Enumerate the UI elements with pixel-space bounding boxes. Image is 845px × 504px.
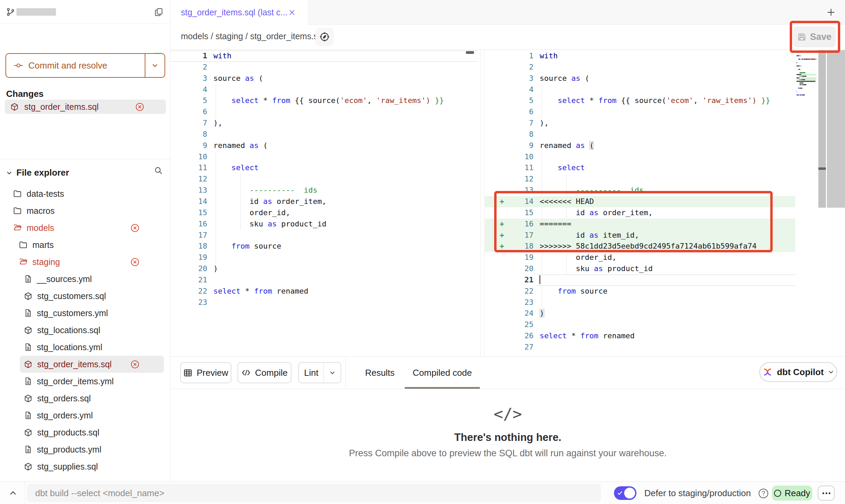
code-line-26[interactable]: 26select * from renamed [485, 330, 795, 342]
defer-toggle[interactable] [614, 486, 636, 500]
file-row-stg_supplies.sql[interactable]: stg_supplies.sql [0, 458, 171, 475]
code-line-16[interactable]: +16======= [485, 219, 795, 230]
code-line-2[interactable]: 2 [171, 62, 478, 73]
save-button[interactable]: Save [793, 27, 835, 47]
breadcrumb[interactable]: models / staging / stg_order_items.sql [181, 31, 325, 41]
code-line-23[interactable]: 23 [485, 297, 795, 308]
lint-dropdown-button[interactable] [324, 363, 341, 383]
code-line-24[interactable]: 24) [485, 308, 795, 319]
copy-files-icon[interactable] [154, 8, 163, 16]
changed-file-row[interactable]: stg_order_items.sql [5, 100, 166, 114]
file-row-__sources.yml[interactable]: __sources.yml [0, 270, 171, 287]
search-icon[interactable] [154, 166, 163, 175]
code-line-11[interactable]: 11 select [485, 162, 795, 174]
code-line-8[interactable]: 8 [485, 129, 795, 140]
pane-divider[interactable] [481, 50, 481, 356]
code-line-3[interactable]: 3source as ( [485, 73, 795, 84]
code-line-11[interactable]: 11 select [171, 162, 478, 174]
code-line-5[interactable]: 5 select * from {{ source('ecom', 'raw_i… [171, 95, 478, 106]
file-row-stg_locations.yml[interactable]: stg_locations.yml [0, 339, 171, 356]
lint-button[interactable]: Lint [299, 363, 324, 383]
code-line-18[interactable]: 18 from source [171, 241, 478, 252]
code-line-6[interactable]: 6 [485, 106, 795, 118]
code-line-10[interactable]: 10 [171, 151, 478, 163]
code-line-10[interactable]: 10 [485, 151, 795, 163]
dbt-copilot-button[interactable]: dbt Copilot [759, 362, 837, 382]
file-explorer-header[interactable]: File explorer [0, 163, 170, 182]
code-line-2[interactable]: 2 [485, 62, 795, 73]
more-options-button[interactable] [818, 486, 835, 501]
command-input[interactable] [27, 484, 601, 502]
code-line-4[interactable]: 4 [171, 84, 478, 95]
discard-change-icon[interactable] [135, 102, 144, 112]
code-line-19[interactable]: 19 [171, 252, 478, 263]
code-line-1[interactable]: 1with [171, 50, 478, 62]
file-row-models[interactable]: models [0, 219, 171, 236]
code-line-13[interactable]: 13 ---------- ids [171, 185, 478, 196]
commit-dropdown-button[interactable] [145, 54, 164, 77]
file-row-macros[interactable]: macros [0, 202, 171, 219]
file-row-stg_locations.sql[interactable]: stg_locations.sql [0, 322, 171, 339]
code-line-21[interactable]: 21 [485, 275, 795, 286]
scrollbar[interactable] [818, 50, 826, 208]
code-line-21[interactable]: 21 [171, 275, 478, 286]
code-line-7[interactable]: 7), [485, 118, 795, 129]
preview-button[interactable]: Preview [180, 362, 231, 383]
overview-ruler[interactable] [827, 50, 845, 208]
code-line-13[interactable]: 13 ---------- ids [485, 185, 795, 196]
commit-and-resolve-button[interactable]: Commit and resolve [5, 53, 165, 78]
code-line-15[interactable]: 15 order_id, [171, 207, 478, 219]
left-pane-scroll-thumb[interactable] [466, 51, 474, 54]
file-row-stg_products.yml[interactable]: stg_products.yml [0, 441, 171, 458]
code-line-17[interactable]: +17 id as item_id, [485, 230, 795, 241]
file-row-stg_orders.sql[interactable]: stg_orders.sql [0, 390, 171, 407]
code-line-6[interactable]: 6 [171, 106, 478, 118]
close-tab-icon[interactable] [288, 9, 296, 16]
code-line-9[interactable]: 9renamed as ( [171, 140, 478, 151]
discard-change-icon[interactable] [130, 360, 140, 369]
file-row-stg_products.sql[interactable]: stg_products.sql [0, 424, 171, 441]
code-line-1[interactable]: 1with [485, 50, 795, 62]
code-line-27[interactable]: 27 [485, 342, 795, 353]
code-line-20[interactable]: 20) [171, 263, 478, 275]
code-line-22[interactable]: 22 from source [485, 286, 795, 297]
code-line-15[interactable]: 15 id as order_item, [485, 207, 795, 219]
file-row-stg_orders.yml[interactable]: stg_orders.yml [0, 407, 171, 424]
discard-change-icon[interactable] [130, 223, 140, 233]
compile-button[interactable]: Compile [238, 362, 291, 383]
code-line-20[interactable]: 20 sku as product_id [485, 263, 795, 275]
code-line-12[interactable]: 12 [485, 174, 795, 185]
code-line-9[interactable]: 9renamed as ( [485, 140, 795, 151]
expand-command-bar-icon[interactable] [5, 486, 20, 501]
code-line-22[interactable]: 22select * from renamed [171, 286, 478, 297]
code-line-4[interactable]: 4 [485, 84, 795, 95]
tab-stg-order-items[interactable]: stg_order_items.sql (last c... [171, 0, 309, 25]
help-icon[interactable]: ? [759, 489, 768, 498]
file-row-stg_customers.sql[interactable]: stg_customers.sql [0, 287, 171, 305]
code-line-18[interactable]: +18>>>>>>> 58c1dd23d5eebd9cd2495fa7124ab… [485, 241, 795, 252]
file-row-stg_customers.yml[interactable]: stg_customers.yml [0, 305, 171, 322]
code-line-23[interactable]: 23 [171, 297, 478, 308]
minimap[interactable] [797, 52, 817, 103]
code-line-14[interactable]: 14 id as order_item, [171, 196, 478, 207]
code-line-8[interactable]: 8 [171, 129, 478, 140]
file-row-stg_order_items.yml[interactable]: stg_order_items.yml [0, 373, 171, 390]
code-line-14[interactable]: +14<<<<<<< HEAD [485, 196, 795, 207]
tab-results[interactable]: Results [355, 357, 405, 389]
code-line-25[interactable]: 25 [485, 319, 795, 330]
discard-change-icon[interactable] [130, 257, 140, 267]
code-line-5[interactable]: 5 select * from {{ source('ecom', 'raw_i… [485, 95, 795, 106]
lineage-compass-button[interactable] [315, 28, 334, 46]
file-row-stg_order_items.sql[interactable]: stg_order_items.sql [20, 356, 164, 373]
file-row-data-tests[interactable]: data-tests [0, 185, 171, 202]
code-line-17[interactable]: 17 [171, 230, 478, 241]
code-line-12[interactable]: 12 [171, 174, 478, 185]
file-row-marts[interactable]: marts [0, 236, 171, 253]
code-line-7[interactable]: 7), [171, 118, 478, 129]
code-line-16[interactable]: 16 sku as product_id [171, 219, 478, 230]
tab-compiled-code[interactable]: Compiled code [405, 357, 480, 389]
code-line-3[interactable]: 3source as ( [171, 73, 478, 84]
file-row-staging[interactable]: staging [0, 253, 171, 270]
code-line-19[interactable]: 19 order_id, [485, 252, 795, 263]
new-tab-plus-icon[interactable] [826, 7, 836, 17]
